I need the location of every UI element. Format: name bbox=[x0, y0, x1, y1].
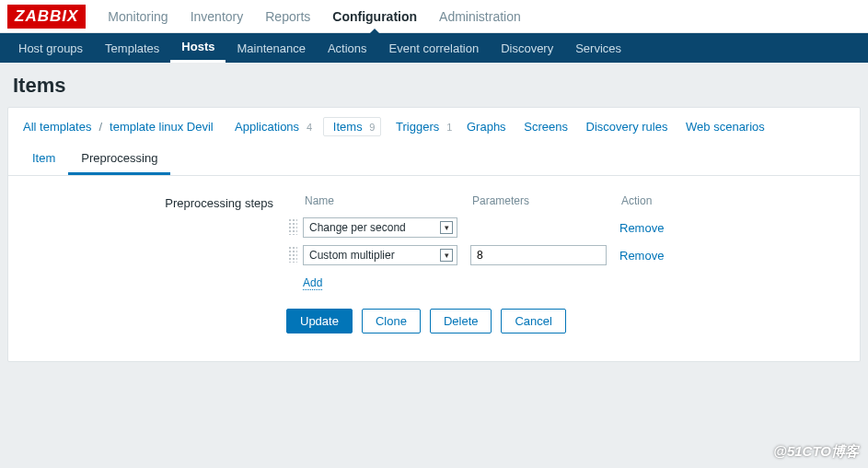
drag-handle-icon[interactable] bbox=[288, 218, 297, 235]
top-nav: ZABBIX Monitoring Inventory Reports Conf… bbox=[0, 0, 868, 33]
crumb-discovery-rules[interactable]: Discovery rules bbox=[583, 120, 672, 134]
subnav-host-groups[interactable]: Host groups bbox=[7, 33, 94, 63]
clone-button[interactable]: Clone bbox=[362, 309, 421, 333]
step-name-select[interactable]: Custom multiplier ▾ bbox=[303, 245, 457, 265]
chevron-down-icon: ▾ bbox=[440, 249, 453, 262]
crumb-graphs[interactable]: Graphs bbox=[463, 120, 510, 134]
sub-nav: Host groups Templates Hosts Maintenance … bbox=[0, 33, 868, 63]
remove-link[interactable]: Remove bbox=[619, 249, 664, 263]
crumb-template[interactable]: template linux Devil bbox=[106, 120, 217, 134]
items-count: 9 bbox=[369, 122, 375, 133]
cancel-button[interactable]: Cancel bbox=[501, 309, 565, 333]
breadcrumb: All templates / template linux Devil App… bbox=[8, 108, 860, 144]
subnav-maintenance[interactable]: Maintenance bbox=[226, 33, 316, 63]
separator: / bbox=[98, 120, 102, 134]
nav-reports[interactable]: Reports bbox=[254, 9, 321, 24]
nav-configuration[interactable]: Configuration bbox=[321, 9, 428, 24]
remove-link[interactable]: Remove bbox=[619, 221, 664, 235]
drag-handle-icon[interactable] bbox=[288, 246, 297, 263]
col-name: Name bbox=[303, 194, 469, 213]
triggers-count: 1 bbox=[446, 122, 452, 133]
watermark: @51CTO博客 bbox=[773, 443, 859, 461]
crumb-applications[interactable]: Applications bbox=[231, 120, 303, 134]
step-name-value: Custom multiplier bbox=[309, 249, 395, 262]
chevron-down-icon: ▾ bbox=[440, 221, 453, 234]
crumb-items[interactable]: Items bbox=[330, 120, 366, 134]
subnav-services[interactable]: Services bbox=[564, 33, 632, 63]
crumb-all-templates[interactable]: All templates bbox=[19, 120, 95, 134]
nav-administration[interactable]: Administration bbox=[428, 9, 532, 24]
crumb-screens[interactable]: Screens bbox=[520, 120, 572, 134]
preprocessing-step-row: Change per second ▾ Remove bbox=[288, 215, 667, 240]
update-button[interactable]: Update bbox=[286, 309, 353, 333]
crumb-items-active: Items 9 bbox=[323, 117, 382, 136]
col-parameters: Parameters bbox=[470, 194, 618, 213]
delete-button[interactable]: Delete bbox=[430, 309, 492, 333]
crumb-triggers[interactable]: Triggers bbox=[392, 120, 443, 134]
subnav-templates[interactable]: Templates bbox=[94, 33, 170, 63]
form-area: Preprocessing steps Name Parameters Acti… bbox=[8, 176, 860, 361]
step-name-value: Change per second bbox=[309, 221, 406, 234]
tab-preprocessing[interactable]: Preprocessing bbox=[68, 144, 170, 175]
subnav-hosts[interactable]: Hosts bbox=[170, 33, 226, 63]
crumb-web-scenarios[interactable]: Web scenarios bbox=[682, 120, 769, 134]
subnav-discovery[interactable]: Discovery bbox=[490, 33, 564, 63]
nav-monitoring[interactable]: Monitoring bbox=[97, 9, 179, 24]
logo[interactable]: ZABBIX bbox=[7, 5, 86, 29]
preprocessing-step-row: Custom multiplier ▾ Remove bbox=[288, 242, 667, 268]
applications-count: 4 bbox=[307, 122, 312, 133]
content-panel: All templates / template linux Devil App… bbox=[7, 107, 861, 362]
subnav-event-correlation[interactable]: Event correlation bbox=[378, 33, 491, 63]
page-title: Items bbox=[0, 63, 868, 107]
nav-inventory[interactable]: Inventory bbox=[179, 9, 255, 24]
col-action: Action bbox=[619, 194, 667, 213]
subnav-actions[interactable]: Actions bbox=[317, 33, 378, 63]
tab-item[interactable]: Item bbox=[19, 144, 68, 175]
preprocessing-steps-label: Preprocessing steps bbox=[19, 193, 286, 333]
button-row: Update Clone Delete Cancel bbox=[286, 309, 849, 333]
tabs: Item Preprocessing bbox=[8, 144, 860, 176]
step-name-select[interactable]: Change per second ▾ bbox=[303, 217, 457, 238]
add-step-link[interactable]: Add bbox=[303, 276, 322, 290]
step-parameter-input[interactable] bbox=[470, 245, 607, 265]
